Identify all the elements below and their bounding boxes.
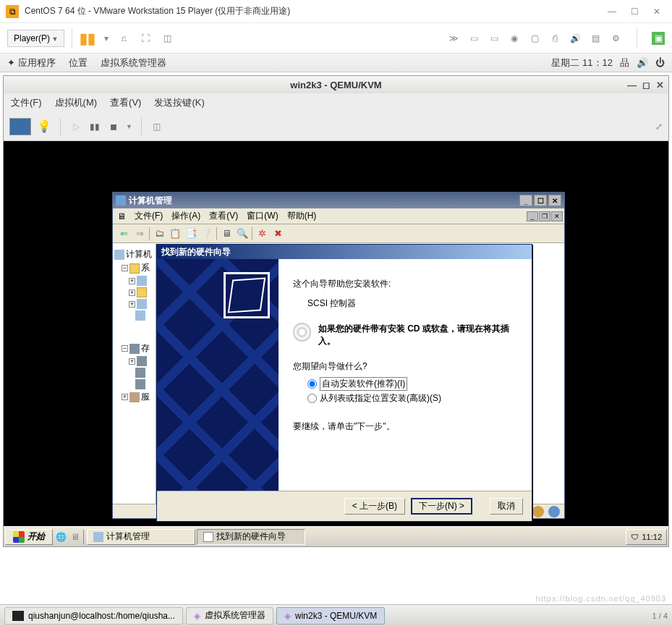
disk2-icon[interactable]: ▭ bbox=[488, 32, 501, 45]
play-button[interactable]: ▷ bbox=[69, 120, 82, 133]
mmc-menu-action[interactable]: 操作(A) bbox=[171, 210, 200, 222]
mdi-close-button[interactable]: ✕ bbox=[551, 211, 563, 221]
dropdown-icon[interactable]: ▾ bbox=[104, 33, 109, 43]
up-icon[interactable]: 🗂 bbox=[153, 227, 166, 240]
disk-icon[interactable]: ▭ bbox=[467, 32, 480, 45]
mmc-app-icon[interactable]: 🖥 bbox=[117, 211, 126, 221]
mmc-titlebar[interactable]: 计算机管理 _ ☐ ✕ bbox=[113, 193, 564, 208]
gnome-bottom-panel: qiushanjun@localhost:/home/qiusha... ◈ 虚… bbox=[0, 604, 672, 626]
cd-icon[interactable]: ◉ bbox=[508, 32, 521, 45]
desktop-quicklaunch-icon[interactable]: 🖥 bbox=[69, 530, 82, 543]
pause-button[interactable]: ▮▮ bbox=[88, 120, 101, 133]
fullscreen-icon[interactable]: ⛶ bbox=[139, 32, 152, 45]
mmc-menu-view[interactable]: 查看(V) bbox=[209, 210, 238, 222]
settings-icon[interactable]: ⚙ bbox=[609, 32, 622, 45]
minimize-button[interactable]: — bbox=[608, 7, 616, 17]
network-icon[interactable]: ≫ bbox=[447, 32, 460, 45]
system-tray[interactable]: 🛡 11:12 bbox=[626, 529, 667, 545]
mmc-maximize-button[interactable]: ☐ bbox=[534, 195, 547, 206]
option-list-install[interactable]: 从列表或指定位置安装(高级)(S) bbox=[307, 392, 517, 405]
disk-icon bbox=[135, 368, 145, 378]
places-menu[interactable]: 位置 bbox=[69, 56, 88, 69]
task-terminal[interactable]: qiushanjun@localhost:/home/qiusha... bbox=[4, 607, 183, 625]
option-auto-install[interactable]: 自动安装软件(推荐)(I) bbox=[307, 377, 517, 391]
ctrl-alt-del-icon[interactable]: ⎌ bbox=[117, 32, 130, 45]
forward-button[interactable]: ⇒ bbox=[133, 227, 146, 240]
help-status-icon[interactable] bbox=[548, 506, 560, 517]
player-menu[interactable]: Player(P) bbox=[7, 30, 64, 47]
virtmanager-item[interactable]: 虚拟系统管理器 bbox=[101, 56, 166, 69]
expand-button[interactable]: + bbox=[129, 301, 135, 308]
mdi-minimize-button[interactable]: _ bbox=[527, 211, 538, 221]
mdi-restore-button[interactable]: ❐ bbox=[539, 211, 550, 221]
mmc-tree[interactable]: 计算机 −系 + + + −存 + +服 bbox=[113, 244, 156, 504]
mmc-minimize-button[interactable]: _ bbox=[519, 195, 532, 206]
network-tray-icon[interactable]: 品 bbox=[620, 56, 629, 69]
status-icon[interactable] bbox=[532, 506, 544, 517]
gnome-clock[interactable]: 星期二 11：12 bbox=[551, 56, 613, 69]
properties-icon[interactable]: 📋 bbox=[169, 227, 182, 240]
power-tray-icon[interactable]: ⏻ bbox=[655, 57, 665, 68]
task-virtmanager[interactable]: ◈ 虚拟系统管理器 bbox=[186, 607, 273, 625]
qemu-close-button[interactable]: ✕ bbox=[656, 80, 664, 90]
back-button[interactable]: ⇐ bbox=[117, 227, 130, 240]
expand-button[interactable]: − bbox=[122, 345, 128, 352]
start-button[interactable]: 开始 bbox=[5, 529, 53, 545]
menu-vm[interactable]: 虚拟机(M) bbox=[55, 96, 98, 109]
back-button[interactable]: < 上一步(B) bbox=[344, 498, 405, 515]
taskbar-item-wizard[interactable]: 找到新的硬件向导 bbox=[197, 529, 305, 545]
menu-file[interactable]: 文件(F) bbox=[11, 96, 42, 109]
radio-list[interactable] bbox=[307, 394, 317, 403]
bulb-icon[interactable]: 💡 bbox=[37, 119, 51, 133]
sound-icon[interactable]: 🔊 bbox=[569, 32, 582, 45]
maximize-button[interactable]: ☐ bbox=[631, 7, 639, 17]
expand-button[interactable]: + bbox=[129, 358, 135, 365]
applications-menu[interactable]: ✦应用程序 bbox=[7, 56, 56, 69]
pause-icon[interactable]: ▮▮ bbox=[80, 30, 95, 47]
cancel-button[interactable]: 取消 bbox=[490, 498, 523, 515]
mmc-menu-file[interactable]: 文件(F) bbox=[135, 210, 163, 222]
qemu-minimize-button[interactable]: — bbox=[627, 80, 637, 90]
snapshot-button[interactable]: ◫ bbox=[150, 120, 163, 133]
taskbar-item-mmc[interactable]: 计算机管理 bbox=[87, 529, 195, 545]
wizard-titlebar[interactable]: 找到新的硬件向导 bbox=[157, 245, 532, 259]
printer-icon[interactable]: ⎙ bbox=[548, 32, 561, 45]
refresh-icon[interactable]: ✲ bbox=[255, 227, 268, 240]
help-icon[interactable]: ❔ bbox=[200, 227, 213, 240]
vmware-logo-icon: ⧉ bbox=[6, 5, 19, 18]
uninstall-icon[interactable]: ✖ bbox=[271, 227, 284, 240]
mmc-menu-window[interactable]: 窗口(W) bbox=[247, 210, 278, 222]
volume-tray-icon[interactable]: 🔊 bbox=[637, 57, 648, 68]
next-button[interactable]: 下一步(N) > bbox=[411, 498, 472, 515]
unity-icon[interactable]: ◫ bbox=[161, 32, 174, 45]
scan-icon[interactable]: 🔍 bbox=[236, 227, 249, 240]
device-icon[interactable]: 🖥 bbox=[220, 227, 233, 240]
floppy-icon[interactable]: ▢ bbox=[528, 32, 541, 45]
expand-button[interactable]: + bbox=[129, 289, 135, 296]
tray-security-icon[interactable]: 🛡 bbox=[631, 533, 639, 541]
wizard-button-row: < 上一步(B) 下一步(N) > 取消 bbox=[157, 491, 532, 521]
menu-keys[interactable]: 发送按键(K) bbox=[154, 96, 204, 109]
stop-dropdown[interactable]: ▼ bbox=[126, 123, 132, 130]
task-qemu[interactable]: ◈ win2k3 - QEMU/KVM bbox=[276, 607, 385, 625]
usb-icon[interactable]: ▤ bbox=[589, 32, 602, 45]
close-button[interactable]: ✕ bbox=[653, 7, 660, 17]
workspace-pager[interactable]: 1 / 4 bbox=[652, 612, 668, 620]
folder-icon bbox=[129, 263, 140, 274]
qemu-maximize-button[interactable]: ◻ bbox=[642, 80, 650, 90]
expand-button[interactable]: − bbox=[122, 265, 128, 271]
expand-button[interactable]: + bbox=[129, 278, 135, 284]
export-icon[interactable]: 📑 bbox=[184, 227, 197, 240]
fullscreen-toggle-icon[interactable]: ⤢ bbox=[655, 122, 663, 132]
mmc-close-button[interactable]: ✕ bbox=[548, 195, 561, 206]
stop-button[interactable]: ◼ bbox=[107, 120, 120, 133]
radio-auto[interactable] bbox=[307, 379, 317, 389]
mmc-menu-help[interactable]: 帮助(H) bbox=[287, 210, 317, 222]
tools-button[interactable]: ▣ bbox=[652, 32, 665, 45]
folder-icon bbox=[137, 287, 147, 297]
menu-view[interactable]: 查看(V) bbox=[110, 96, 141, 109]
ie-quicklaunch-icon[interactable]: 🌐 bbox=[54, 530, 67, 543]
console-button[interactable] bbox=[9, 118, 31, 135]
disk-icon bbox=[137, 356, 147, 366]
expand-button[interactable]: + bbox=[122, 394, 128, 400]
